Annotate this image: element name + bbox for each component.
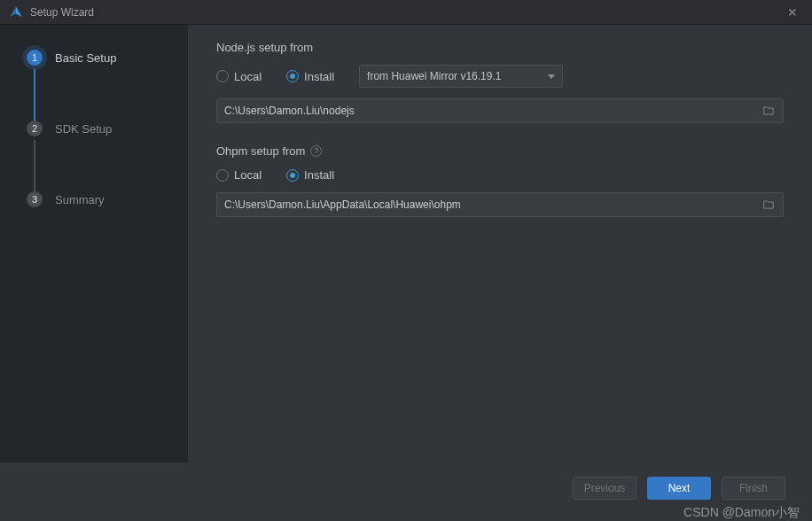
previous-button[interactable]: Previous — [573, 477, 636, 500]
radio-icon — [286, 169, 299, 182]
ohpm-install-radio[interactable]: Install — [286, 168, 334, 182]
radio-icon — [286, 70, 299, 82]
step-label: SDK Setup — [55, 122, 112, 136]
radio-label: Install — [304, 168, 334, 182]
wizard-step-sdk-setup[interactable]: 2 SDK Setup — [27, 121, 167, 136]
nodejs-mirror-select[interactable]: from Huawei Mirror v16.19.1 — [359, 65, 563, 88]
radio-label: Local — [234, 168, 262, 182]
window-title: Setup Wizard — [30, 6, 782, 19]
step-label: Summary — [55, 193, 105, 206]
nodejs-local-radio[interactable]: Local — [216, 70, 262, 83]
nodejs-title: Node.js setup from — [216, 41, 784, 54]
chevron-down-icon — [548, 74, 555, 79]
ohpm-local-radio[interactable]: Local — [216, 168, 262, 182]
next-button[interactable]: Next — [647, 477, 711, 500]
nodejs-path-row — [216, 98, 784, 123]
folder-icon[interactable] — [761, 105, 776, 117]
nodejs-section: Node.js setup from Local Install from Hu… — [216, 41, 784, 123]
close-icon[interactable]: ✕ — [782, 4, 803, 21]
wizard-footer: Previous Next Finish — [0, 463, 812, 521]
app-logo-icon — [9, 5, 23, 19]
radio-label: Local — [234, 70, 262, 83]
wizard-sidebar: 1 Basic Setup 2 SDK Setup 3 Summary — [0, 25, 188, 463]
step-number: 1 — [27, 50, 43, 66]
nodejs-radio-row: Local Install from Huawei Mirror v16.19.… — [216, 65, 784, 88]
nodejs-path-input[interactable] — [224, 105, 761, 117]
step-number: 3 — [27, 191, 43, 207]
ohpm-path-row — [216, 192, 784, 217]
nodejs-install-radio[interactable]: Install — [286, 70, 334, 83]
step-label: Basic Setup — [55, 51, 116, 65]
radio-icon — [216, 169, 229, 182]
main-area: 1 Basic Setup 2 SDK Setup 3 Summary Node… — [0, 25, 812, 463]
wizard-step-basic-setup[interactable]: 1 Basic Setup — [27, 50, 167, 66]
ohpm-radio-row: Local Install — [216, 168, 784, 182]
finish-button[interactable]: Finish — [722, 477, 785, 500]
ohpm-title-text: Ohpm setup from — [216, 144, 305, 158]
titlebar: Setup Wizard ✕ — [0, 0, 812, 25]
help-icon[interactable]: ? — [310, 145, 322, 157]
folder-icon[interactable] — [761, 198, 776, 211]
ohpm-section: Ohpm setup from ? Local Install — [216, 144, 784, 217]
wizard-step-summary[interactable]: 3 Summary — [27, 191, 167, 207]
radio-label: Install — [304, 70, 334, 83]
select-value: from Huawei Mirror v16.19.1 — [367, 70, 548, 82]
ohpm-path-input[interactable] — [224, 198, 761, 211]
wizard-content: Node.js setup from Local Install from Hu… — [188, 25, 812, 463]
ohpm-title: Ohpm setup from ? — [216, 144, 784, 158]
radio-icon — [216, 70, 229, 82]
step-number: 2 — [27, 121, 43, 136]
